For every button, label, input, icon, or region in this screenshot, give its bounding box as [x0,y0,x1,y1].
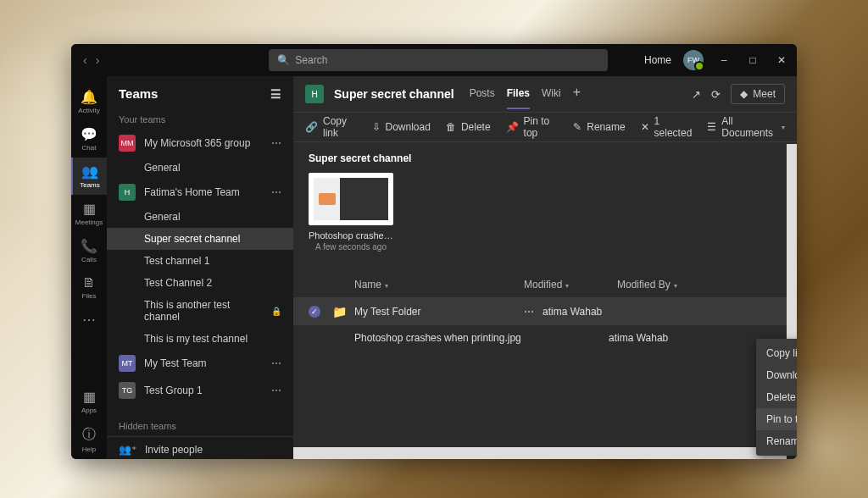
team-fatimas-home[interactable]: H Fatima's Home Team ⋯ [107,179,293,206]
pin-icon: 📌 [506,121,519,133]
row-more-button[interactable]: ⋯ [524,306,534,318]
trash-icon: 🗑 [446,121,456,133]
horizontal-scrollbar[interactable] [293,447,787,459]
cm-download[interactable]: Download [756,364,797,386]
download-icon: ⇩ [372,121,381,133]
chevron-down-icon: ▾ [674,282,677,290]
search-input[interactable]: 🔍 Search [269,49,608,71]
pinned-item-name: Photoshop crashes wh... [309,230,393,241]
cm-copy-link[interactable]: Copy link [756,342,797,364]
minimize-button[interactable]: – [715,54,732,66]
team-m365[interactable]: MM My Microsoft 365 group ⋯ [107,130,293,157]
rail-apps[interactable]: ▦Apps [71,383,107,420]
help-icon: ⓘ [82,426,96,444]
clear-selection-button[interactable]: ✕1 selected [641,115,693,139]
rail-more[interactable]: ⋯ [71,306,107,334]
bell-icon: 🔔 [81,89,97,105]
team-more-icon[interactable]: ⋯ [271,357,281,369]
rail-files[interactable]: 🗎Files [71,269,107,306]
chevron-down-icon: ▾ [782,124,785,131]
close-button[interactable]: ✕ [773,54,790,66]
team-more-icon[interactable]: ⋯ [271,186,281,198]
team-icon-mytest: MT [119,355,136,372]
close-icon: ✕ [641,121,649,133]
channel-test-2[interactable]: Test Channel 2 [107,272,293,294]
col-modified[interactable]: Modified▾ [524,279,617,290]
team-more-icon[interactable]: ⋯ [271,385,281,396]
pinned-item[interactable]: Photoshop crashes wh... A few seconds ag… [309,173,393,252]
expand-icon[interactable]: ↗ [692,88,701,101]
meet-button[interactable]: ◆Meet [731,84,785,104]
file-context-menu: Copy link Download Delete Pin to top Ren… [756,339,797,456]
channel-header: H Super secret channel Posts Files Wiki … [293,76,797,112]
rename-button[interactable]: ✎Rename [573,121,625,133]
col-modified-by[interactable]: Modified By▾ [617,279,782,290]
team-test-group-1[interactable]: TG Test Group 1 ⋯ [107,377,293,404]
rename-icon: ✎ [573,121,581,133]
refresh-icon[interactable]: ⟳ [711,88,721,101]
pinned-item-time: A few seconds ago [309,242,393,252]
tab-files[interactable]: Files [507,79,530,109]
chevron-down-icon: ▾ [565,282,569,290]
pin-to-top-button[interactable]: 📌Pin to top [506,115,559,139]
team-my-test[interactable]: MT My Test Team ⋯ [107,350,293,377]
channel-general-2[interactable]: General [107,206,293,228]
home-label[interactable]: Home [644,54,671,66]
teams-icon: 👥 [81,163,98,180]
delete-button[interactable]: 🗑Delete [446,121,491,133]
chat-icon: 💬 [81,126,97,142]
rail-meetings[interactable]: ▦Meetings [71,195,107,232]
link-icon: 🔗 [305,121,318,133]
calendar-icon: ▦ [83,201,96,217]
row-name: Photoshop crashes when printing.jpg [354,332,609,344]
tab-posts[interactable]: Posts [470,79,495,109]
file-list: Name▾ Modified▾ Modified By▾ ✓ 📁 My Test… [293,272,797,351]
cm-delete[interactable]: Delete [756,386,797,408]
team-more-icon[interactable]: ⋯ [271,137,281,149]
list-row-file[interactable]: Photoshop crashes when printing.jpg atim… [293,325,797,351]
hidden-teams-label[interactable]: Hidden teams [107,416,293,436]
invite-icon: 👥⁺ [119,444,136,456]
row-selected-check[interactable]: ✓ [309,306,320,318]
rail-chat[interactable]: 💬Chat [71,120,107,158]
cm-pin-to-top[interactable]: Pin to top [756,408,797,430]
avatar[interactable]: FW [683,50,704,70]
channel-general-1[interactable]: General [107,157,293,179]
channel-my-test[interactable]: This is my test channel [107,328,293,350]
phone-icon: 📞 [81,238,97,254]
maximize-button[interactable]: □ [744,54,761,66]
tab-wiki[interactable]: Wiki [542,79,561,109]
add-tab-button[interactable]: + [573,79,581,109]
search-placeholder: Search [295,54,327,66]
rail-help[interactable]: ⓘHelp [71,420,107,459]
rail-activity[interactable]: 🔔Activity [71,83,107,120]
list-row-folder[interactable]: ✓ 📁 My Test Folder ⋯ atima Wahab [293,298,797,325]
team-icon-m365: MM [119,135,136,152]
channel-another-test[interactable]: This is another test channel🔒 [107,294,293,328]
rail-teams[interactable]: 👥Teams [71,158,107,195]
chevron-down-icon: ▾ [385,282,388,290]
channel-test-1[interactable]: Test channel 1 [107,250,293,272]
content-pane: H Super secret channel Posts Files Wiki … [293,76,797,459]
sidebar-title: Teams [119,86,158,101]
nav-forward-button[interactable]: › [96,53,100,67]
cm-rename[interactable]: Rename [756,430,797,452]
list-header: Name▾ Modified▾ Modified By▾ [293,272,797,298]
invite-people-button[interactable]: 👥⁺ Invite people [107,437,293,459]
copy-link-button[interactable]: 🔗Copy link [305,115,357,139]
camera-icon: ◆ [740,88,748,100]
rail-calls[interactable]: 📞Calls [71,232,107,269]
apps-icon: ▦ [83,389,96,405]
ellipsis-icon: ⋯ [82,312,96,328]
lock-icon: 🔒 [271,307,281,316]
col-name[interactable]: Name▾ [354,279,524,290]
row-modified-by: atima Wahab [542,306,782,318]
file-toolbar: 🔗Copy link ⇩Download 🗑Delete 📌Pin to top… [293,112,797,142]
download-button[interactable]: ⇩Download [372,121,431,133]
filter-icon[interactable]: ☰ [270,87,281,101]
pinned-title: Super secret channel [309,152,782,164]
list-icon: ☰ [707,121,716,133]
channel-super-secret[interactable]: Super secret channel [107,228,293,250]
view-dropdown[interactable]: ☰All Documents▾ [707,115,785,139]
nav-back-button[interactable]: ‹ [83,53,87,67]
